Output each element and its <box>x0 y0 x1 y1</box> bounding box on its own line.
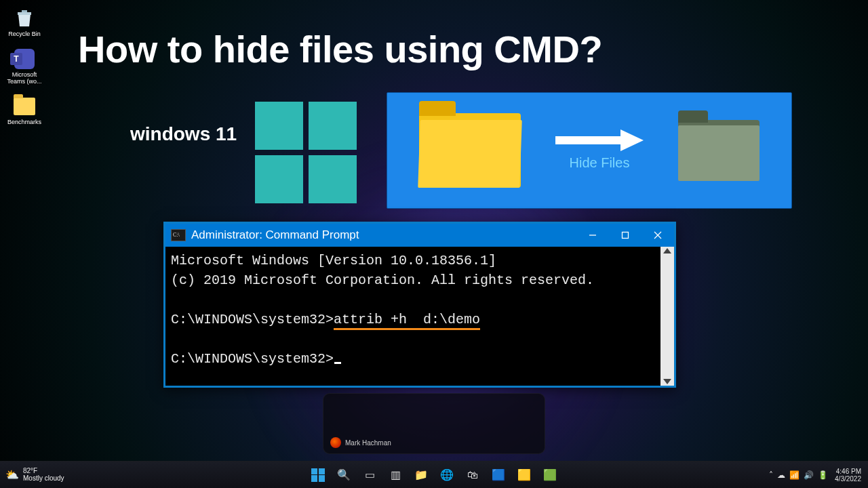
taskbar-app1-button[interactable]: 🟦 <box>490 466 507 484</box>
command-prompt-window: Administrator: Command Prompt Microsoft … <box>163 222 676 388</box>
teams-icon <box>13 47 36 70</box>
desktop-icon-label: Benchmarks <box>7 119 41 126</box>
cmd-version-line: Microsoft Windows [Version 10.0.18356.1] <box>171 253 496 268</box>
weather-desc: Mostly cloudy <box>23 475 64 483</box>
tray-chevron-icon[interactable]: ˄ <box>769 470 773 480</box>
taskbar-widgets-button[interactable]: ▥ <box>387 466 404 484</box>
maximize-button[interactable] <box>609 224 642 247</box>
widgets-icon: ▥ <box>391 468 401 481</box>
desktop-icon-label: Microsoft Teams (wo... <box>4 72 45 85</box>
windows-11-logo-icon <box>255 102 357 203</box>
taskbar-edge-button[interactable]: 🌐 <box>438 466 456 484</box>
app-icon: 🟦 <box>492 468 505 481</box>
clock-date: 4/3/2022 <box>835 475 861 483</box>
text-cursor <box>334 362 341 364</box>
taskbar-store-button[interactable]: 🛍 <box>464 466 481 484</box>
scrollbar[interactable] <box>660 247 674 386</box>
taskbar-search-button[interactable]: 🔍 <box>335 466 353 484</box>
cmd-prompt-path: C:\WINDOWS\system32> <box>171 312 334 327</box>
subline-text: windows 11 <box>130 123 237 145</box>
desktop-icon-benchmarks[interactable]: Benchmarks <box>4 95 45 126</box>
taskbar-taskview-button[interactable]: ▭ <box>361 466 378 484</box>
tray-volume-icon[interactable]: 🔊 <box>804 470 814 480</box>
arrow-right-icon <box>555 131 644 150</box>
minimize-button[interactable] <box>576 224 609 247</box>
headline-text: How to hide files using CMD? <box>78 27 602 71</box>
scroll-down-icon[interactable] <box>663 379 671 384</box>
store-icon: 🛍 <box>467 469 478 481</box>
weather-temp: 82°F <box>23 468 64 475</box>
window-titlebar[interactable]: Administrator: Command Prompt <box>165 224 674 247</box>
desktop-widget[interactable]: Mark Hachman <box>323 393 545 454</box>
file-explorer-icon: 📁 <box>414 468 428 481</box>
window-title: Administrator: Command Prompt <box>191 228 359 242</box>
taskbar: ⛅ 82°F Mostly cloudy 🔍 ▭ ▥ 📁 🌐 🛍 🟦 🟨 🟩 ˄… <box>0 461 868 488</box>
svg-rect-1 <box>623 232 629 239</box>
tray-cloud-icon[interactable]: ☁ <box>777 470 785 480</box>
avatar-icon <box>330 437 341 448</box>
clock-time: 4:46 PM <box>836 468 861 475</box>
taskbar-weather[interactable]: ⛅ 82°F Mostly cloudy <box>5 468 64 482</box>
cmd-icon <box>171 229 186 241</box>
weather-icon: ⛅ <box>5 468 19 481</box>
widget-user-name: Mark Hachman <box>345 439 391 447</box>
taskbar-app3-button[interactable]: 🟩 <box>541 466 559 484</box>
desktop-icon-teams[interactable]: Microsoft Teams (wo... <box>4 47 45 85</box>
taskbar-center: 🔍 ▭ ▥ 📁 🌐 🛍 🟦 🟨 🟩 <box>309 466 559 484</box>
terminal-output[interactable]: Microsoft Windows [Version 10.0.18356.1]… <box>165 247 660 386</box>
close-button[interactable] <box>642 224 674 247</box>
search-icon: 🔍 <box>337 468 351 481</box>
scroll-up-icon[interactable] <box>663 248 671 253</box>
hide-files-label: Hide Files <box>570 155 630 171</box>
tray-battery-icon[interactable]: 🔋 <box>818 470 828 480</box>
start-button[interactable] <box>309 466 327 484</box>
app-icon: 🟩 <box>543 468 557 481</box>
edge-icon: 🌐 <box>440 468 454 481</box>
cmd-command-attrib: attrib +h d:\demo <box>334 312 480 330</box>
recycle-bin-icon <box>13 7 36 30</box>
tray-wifi-icon[interactable]: 📶 <box>789 470 800 480</box>
desktop-icon-recycle-bin[interactable]: Recycle Bin <box>4 7 45 38</box>
taskbar-clock[interactable]: 4:46 PM 4/3/2022 <box>835 468 861 483</box>
taskbar-app2-button[interactable]: 🟨 <box>515 466 533 484</box>
folder-icon <box>13 95 36 118</box>
desktop-icon-label: Recycle Bin <box>8 31 41 38</box>
cmd-copyright-line: (c) 2019 Microsoft Corporation. All righ… <box>171 272 594 288</box>
windows-start-icon <box>311 468 325 482</box>
cmd-prompt-path: C:\WINDOWS\system32> <box>171 351 334 367</box>
hide-files-illustration: Hide Files <box>387 92 792 209</box>
folder-yellow-icon <box>419 113 521 188</box>
taskview-icon: ▭ <box>365 468 375 481</box>
folder-hidden-icon <box>678 120 760 181</box>
app-icon: 🟨 <box>517 468 531 481</box>
desktop-icons: Recycle Bin Microsoft Teams (wo... Bench… <box>4 7 45 126</box>
taskbar-explorer-button[interactable]: 📁 <box>412 466 430 484</box>
taskbar-tray: ˄ ☁ 📶 🔊 🔋 4:46 PM 4/3/2022 <box>769 468 861 483</box>
